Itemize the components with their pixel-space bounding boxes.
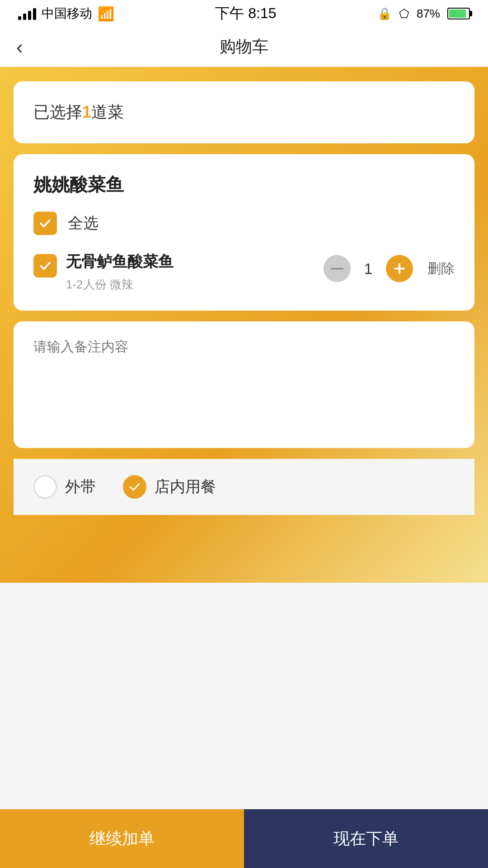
item-info: 无骨鲈鱼酸菜鱼 1-2人份 微辣: [66, 251, 314, 292]
select-all-label: 全选: [68, 213, 99, 234]
dine-in-label: 店内用餐: [155, 476, 216, 497]
takeout-radio[interactable]: [33, 475, 57, 499]
restaurant-name: 姚姚酸菜鱼: [33, 172, 455, 197]
delete-button[interactable]: 删除: [427, 259, 455, 278]
back-button[interactable]: ‹: [16, 37, 23, 57]
item-checkmark-icon: [38, 259, 52, 273]
battery-icon: [447, 8, 470, 19]
page-title: 购物车: [220, 36, 268, 58]
carrier-label: 中国移动: [42, 5, 92, 22]
selected-count-card: 已选择1道菜: [14, 81, 474, 143]
lock-icon: 🔒: [377, 7, 392, 21]
dining-options: 外带 店内用餐: [14, 459, 474, 515]
status-right: 🔒 ⬠ 87%: [377, 7, 470, 21]
place-order-button[interactable]: 现在下单: [244, 809, 488, 868]
plus-icon: [393, 262, 406, 275]
dine-in-option[interactable]: 店内用餐: [123, 475, 216, 499]
status-left: 中国移动 📶: [18, 5, 114, 22]
status-bar: 中国移动 📶 下午 8:15 🔒 ⬠ 87%: [0, 0, 488, 27]
battery-percent: 87%: [417, 7, 440, 21]
dine-in-checkmark-icon: [128, 481, 141, 493]
selected-prefix: 已选择: [33, 103, 82, 121]
takeout-label: 外带: [65, 476, 96, 497]
item-desc: 1-2人份 微辣: [66, 277, 314, 292]
bluetooth-icon: ⬠: [399, 7, 409, 21]
cart-item-row: 无骨鲈鱼酸菜鱼 1-2人份 微辣 1 删除: [33, 251, 455, 292]
restaurant-card: 姚姚酸菜鱼 全选 无骨鲈鱼酸菜鱼 1-2人份 微辣: [14, 154, 474, 311]
dine-in-radio[interactable]: [123, 475, 146, 499]
time-label: 下午 8:15: [215, 4, 276, 24]
quantity-value: 1: [361, 260, 375, 278]
select-all-row: 全选: [33, 212, 455, 235]
svg-rect-0: [331, 268, 343, 269]
main-content: 已选择1道菜 姚姚酸菜鱼 全选 无骨鲈鱼酸菜鱼 1-2人份 微辣: [0, 67, 488, 583]
bottom-buttons: 继续加单 现在下单: [0, 809, 488, 868]
selected-number: 1: [82, 103, 91, 121]
minus-icon: [331, 268, 343, 269]
quantity-decrease-button[interactable]: [324, 255, 351, 282]
item-controls: 1 删除: [324, 255, 455, 282]
top-nav: ‹ 购物车: [0, 27, 488, 67]
notes-input[interactable]: [33, 338, 455, 428]
notes-card: [14, 321, 474, 448]
signal-icon: [18, 7, 36, 20]
selected-suffix: 道菜: [91, 103, 124, 121]
item-name: 无骨鲈鱼酸菜鱼: [66, 251, 314, 272]
selected-count-text: 已选择1道菜: [33, 103, 124, 121]
item-checkbox[interactable]: [33, 254, 57, 278]
select-all-checkbox[interactable]: [33, 212, 57, 235]
continue-shopping-button[interactable]: 继续加单: [0, 809, 244, 868]
wifi-icon: 📶: [98, 6, 114, 22]
takeout-option[interactable]: 外带: [33, 475, 96, 499]
checkmark-icon: [38, 217, 52, 230]
svg-rect-2: [394, 268, 405, 269]
quantity-increase-button[interactable]: [386, 255, 413, 282]
